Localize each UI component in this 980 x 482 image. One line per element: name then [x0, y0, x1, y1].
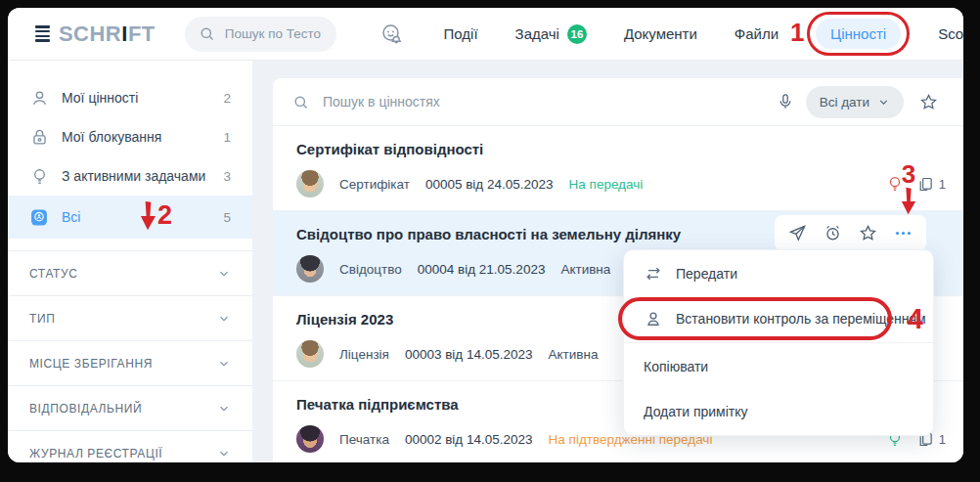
nav-documents[interactable]: Документи: [624, 25, 697, 42]
chevron-down-icon: [217, 357, 231, 371]
value-type: Печатка: [339, 432, 389, 447]
list-search-bar: Всі дати: [273, 78, 963, 126]
chevron-down-icon: [877, 96, 890, 109]
value-row-certificate[interactable]: Сертифікат відповідності Сертифікат 0000…: [273, 126, 963, 211]
avatar: [296, 425, 324, 453]
user-icon: [29, 89, 49, 108]
top-bar: SCHRIFT Події Задачі 16 Документ: [8, 8, 963, 61]
value-type: Ліцензія: [339, 347, 389, 362]
menu-item-label: Додати примітку: [644, 404, 748, 419]
values-search-input[interactable]: [321, 93, 765, 110]
hamburger-menu-icon[interactable]: [35, 25, 50, 42]
status-badge: Активна: [560, 262, 610, 277]
chevron-down-icon: [217, 402, 231, 416]
reminder-clock-icon[interactable]: [824, 224, 842, 242]
sidebar-item-label: Мої цінності: [62, 90, 138, 106]
chevron-down-icon: [217, 312, 231, 326]
sidebar-item-active-tasks[interactable]: З активними задачами 3: [8, 156, 252, 196]
app-logo: SCHRIFT: [59, 22, 156, 47]
annotation-number-2: 2: [157, 200, 172, 230]
avatar: [296, 340, 324, 368]
filter-storage-place[interactable]: МІСЦЕ ЗБЕРІГАННЯ: [8, 341, 252, 386]
sidebar-item-count: 3: [223, 169, 231, 184]
value-number: 00003 від 14.05.2023: [405, 347, 533, 362]
sidebar-item-count: 5: [223, 210, 231, 225]
menu-item-transfer[interactable]: Передати: [624, 251, 933, 296]
safe-icon: [29, 207, 49, 228]
send-icon[interactable]: [788, 224, 807, 242]
copies-count: 1: [939, 432, 946, 447]
menu-item-add-note[interactable]: Додати примітку: [624, 389, 933, 434]
nav-events[interactable]: Події: [444, 25, 478, 42]
value-title: Сертифікат відповідності: [296, 141, 940, 157]
value-number: 00002 від 14.05.2023: [405, 432, 533, 447]
person-icon: [644, 309, 663, 329]
date-filter-dropdown[interactable]: Всі дати: [806, 86, 904, 118]
lock-icon: [29, 128, 49, 147]
sidebar-item-label: З активними задачами: [62, 168, 205, 184]
nav-tasks[interactable]: Задачі 16: [515, 24, 587, 44]
chevron-down-icon: [217, 267, 231, 281]
global-search-input[interactable]: [223, 25, 323, 42]
menu-item-label: Передати: [676, 266, 737, 282]
microphone-icon[interactable]: [777, 93, 794, 110]
nav-values-active[interactable]: Цінності 1: [816, 19, 901, 49]
row-context-menu: Передати Встановити контроль за переміще…: [623, 249, 934, 436]
filter-status[interactable]: СТАТУС: [8, 251, 252, 296]
copies-icon[interactable]: [917, 176, 934, 193]
menu-item-copy[interactable]: Копіювати: [624, 344, 933, 389]
main-nav: Події Задачі 16 Документи Файли Цінності…: [444, 19, 963, 49]
sidebar-item-count: 2: [223, 91, 231, 106]
nav-files[interactable]: Файли: [735, 25, 779, 42]
filter-type[interactable]: ТИП: [8, 296, 252, 341]
favorites-star-icon[interactable]: [919, 93, 938, 111]
chevron-down-icon: [217, 447, 231, 460]
sidebar-item-my-blocks[interactable]: Мої блокування 1: [8, 117, 252, 156]
filter-label: СТАТУС: [29, 267, 78, 281]
sidebar-item-label: Всі: [62, 209, 80, 225]
status-badge: На передачі: [569, 177, 644, 192]
avatar: [296, 170, 324, 197]
transfer-icon: [644, 264, 663, 284]
value-number: 00005 від 24.05.2023: [425, 177, 554, 192]
menu-item-label: Встановити контроль за переміщенням: [676, 311, 926, 327]
search-icon: [199, 25, 215, 42]
nav-truncated[interactable]: Sco: [938, 25, 963, 42]
sidebar-item-count: 1: [223, 130, 231, 145]
filter-registration-journal[interactable]: ЖУРНАЛ РЕЄСТРАЦІЇ: [8, 431, 252, 462]
filter-label: МІСЦЕ ЗБЕРІГАННЯ: [29, 357, 153, 371]
filter-label: ТИП: [29, 312, 55, 326]
sidebar-filters: СТАТУС ТИП МІСЦЕ ЗБЕРІГАННЯ ВІДПОВІДАЛЬН…: [8, 250, 252, 462]
bulb-alert-icon[interactable]: [886, 175, 904, 193]
value-type: Сертифікат: [339, 177, 410, 192]
annotation-number-1: 1: [790, 18, 804, 48]
global-search[interactable]: [185, 17, 336, 52]
sidebar-item-my-values[interactable]: Мої цінності 2: [8, 78, 252, 117]
sidebar-item-label: Мої блокування: [62, 129, 161, 145]
sidebar: Мої цінності 2 Мої блокування 1 З активн…: [8, 61, 252, 462]
menu-item-set-movement-control[interactable]: Встановити контроль за переміщенням 4: [624, 296, 933, 341]
date-filter-label: Всі дати: [820, 95, 869, 110]
filter-label: ВІДПОВІДАЛЬНИЙ: [29, 402, 142, 416]
menu-item-label: Копіювати: [644, 359, 708, 374]
more-actions-icon[interactable]: [894, 224, 913, 242]
sidebar-item-all[interactable]: Всі 5 2: [8, 196, 252, 239]
star-icon[interactable]: [859, 224, 877, 242]
value-type: Свідоцтво: [339, 262, 402, 277]
assistant-notifications-icon[interactable]: [379, 22, 405, 47]
row-hover-toolbar: 3: [775, 215, 926, 251]
tasks-count-badge: 16: [567, 24, 587, 44]
search-icon: [292, 94, 309, 110]
value-number: 00004 від 21.05.2023: [418, 262, 546, 277]
app-window: SCHRIFT Події Задачі 16 Документ: [8, 8, 963, 462]
annotation-arrow-2: 2: [140, 200, 172, 232]
menu-separator: [624, 342, 933, 343]
avatar: [296, 255, 324, 283]
status-badge: Активна: [549, 347, 599, 362]
bulb-icon: [29, 167, 49, 186]
copies-count: 1: [939, 177, 946, 192]
filter-label: ЖУРНАЛ РЕЄСТРАЦІЇ: [29, 447, 162, 460]
filter-responsible[interactable]: ВІДПОВІДАЛЬНИЙ: [8, 386, 252, 431]
